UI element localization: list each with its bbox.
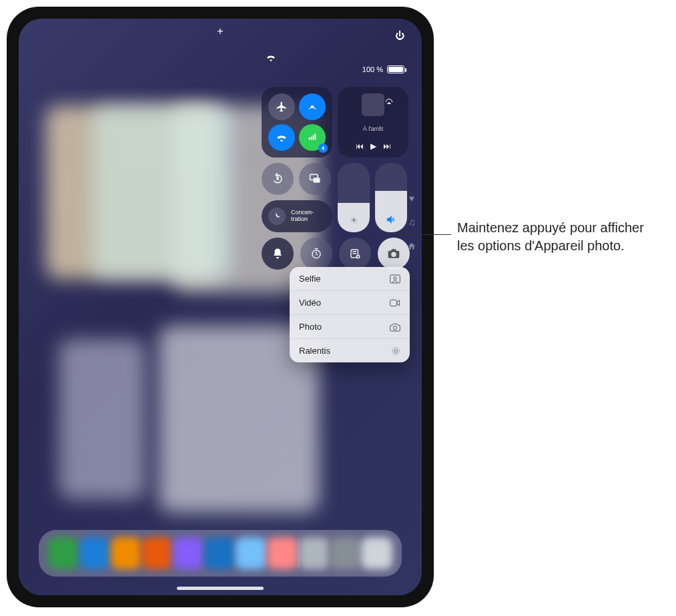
camera-icon (390, 322, 400, 332)
dock-app-icon[interactable] (79, 537, 111, 569)
screen-mirroring-button[interactable] (299, 163, 331, 195)
status-right: ⏻ (395, 30, 404, 41)
moon-icon (268, 208, 286, 225)
svg-point-8 (394, 276, 396, 279)
dock-app-icon[interactable] (111, 537, 142, 569)
menu-label: Ralentis (299, 346, 330, 356)
play-button[interactable]: ▶ (370, 141, 376, 151)
power-icon[interactable]: ⏻ (395, 30, 404, 41)
bg-blur (92, 105, 232, 279)
airplay-icon[interactable] (384, 97, 394, 107)
ipad-screen: + ⏻ 100 % ♥ ♫ (19, 19, 422, 595)
dock-app-icon[interactable] (236, 537, 267, 569)
volume-fill (375, 191, 407, 232)
dock-app-icon[interactable] (141, 537, 173, 569)
person-rect-icon (390, 274, 400, 284)
airplane-mode-button[interactable] (268, 93, 295, 120)
airdrop-button[interactable] (299, 93, 326, 120)
dock (39, 530, 402, 577)
camera-menu-video[interactable]: Vidéo (290, 291, 410, 315)
media-tile[interactable]: À l'arrêt ⏮ ▶ ⏭ (338, 87, 408, 158)
dock-app-icon[interactable] (361, 537, 392, 569)
dock-app-icon[interactable] (299, 537, 330, 569)
svg-rect-9 (390, 300, 397, 306)
camera-context-menu: Selfie Vidéo Photo Ralentis (290, 267, 410, 362)
brightness-slider[interactable]: ☀ (338, 163, 370, 232)
video-icon (390, 299, 400, 307)
svg-point-11 (392, 347, 400, 354)
wifi-button[interactable] (268, 124, 295, 151)
next-track-button[interactable]: ⏭ (383, 141, 391, 151)
status-bar: ⏻ (36, 25, 404, 45)
bg-blur (59, 339, 145, 499)
svg-point-12 (394, 349, 398, 352)
battery-status: 100 % (362, 65, 404, 73)
home-indicator[interactable] (177, 587, 264, 590)
wifi-status-icon (266, 53, 276, 61)
bluetooth-badge-icon (318, 143, 328, 153)
svg-rect-3 (314, 178, 320, 183)
control-center: À l'arrêt ⏮ ▶ ⏭ (262, 87, 410, 270)
dock-app-icon[interactable] (204, 537, 236, 569)
prev-track-button[interactable]: ⏮ (356, 141, 364, 151)
battery-text: 100 % (362, 65, 383, 73)
svg-rect-7 (390, 275, 400, 283)
svg-point-10 (393, 326, 396, 329)
volume-slider[interactable] (375, 163, 407, 232)
menu-label: Selfie (299, 274, 321, 284)
media-artwork (362, 93, 384, 116)
dock-app-icon[interactable] (330, 537, 361, 569)
media-controls: ⏮ ▶ ⏭ (356, 141, 391, 151)
svg-rect-1 (276, 178, 278, 180)
dock-app-icon[interactable] (267, 537, 298, 569)
cellular-bluetooth-button[interactable] (299, 124, 326, 151)
volume-icon (385, 214, 397, 226)
dock-app-icon[interactable] (173, 537, 204, 569)
camera-menu-photo[interactable]: Photo (290, 315, 410, 339)
callout-line (398, 234, 451, 235)
notes-button[interactable] (339, 238, 371, 270)
camera-button[interactable] (378, 238, 410, 270)
dock-app-icon[interactable] (48, 537, 79, 569)
timer-button[interactable] (300, 238, 332, 270)
focus-button[interactable]: Concen- tration (262, 200, 332, 232)
orientation-lock-button[interactable] (262, 163, 294, 195)
media-status-label: À l'arrêt (363, 125, 384, 132)
focus-label: Concen- tration (291, 210, 314, 223)
menu-label: Photo (299, 322, 322, 332)
menu-label: Vidéo (299, 298, 321, 308)
silent-mode-button[interactable] (262, 238, 294, 270)
ipad-frame: + ⏻ 100 % ♥ ♫ (7, 7, 434, 607)
camera-menu-slowmo[interactable]: Ralentis (290, 339, 410, 362)
battery-icon (387, 65, 404, 73)
callout-text: Maintenez appuyé pour afficher les optio… (457, 219, 657, 255)
connectivity-tile[interactable] (262, 87, 332, 158)
slowmo-icon (391, 346, 400, 356)
brightness-icon: ☀ (350, 215, 358, 226)
camera-menu-selfie[interactable]: Selfie (290, 267, 410, 291)
